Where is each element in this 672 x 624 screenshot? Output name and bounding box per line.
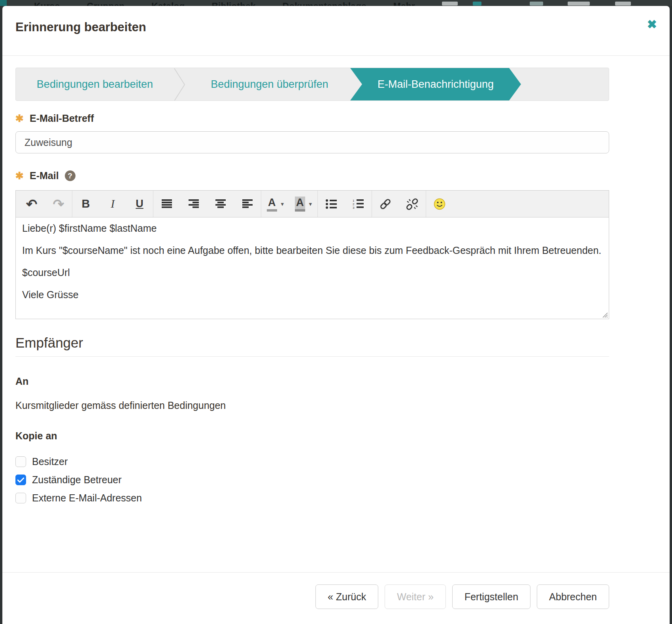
edit-reminder-dialog: Erinnerung bearbeiten ✖ Bedingungen bear… bbox=[2, 6, 670, 624]
underline-icon: U bbox=[136, 198, 143, 210]
wizard-steps: Bedingungen bearbeiten Bedingungen überp… bbox=[15, 68, 609, 101]
wizard-step-label: Bedingungen überprüfen bbox=[211, 78, 328, 91]
italic-button[interactable]: I bbox=[105, 194, 121, 214]
numbered-list-button[interactable]: 123 bbox=[350, 194, 366, 214]
checkbox-row-besitzer[interactable]: Besitzer bbox=[15, 456, 609, 467]
page-nav: Kurse Gruppen Katalog Bibliothek Dokumen… bbox=[34, 1, 415, 6]
step-separator-chevron bbox=[174, 68, 186, 101]
subject-label-text: E-Mail-Betreff bbox=[30, 113, 94, 124]
heading-rule bbox=[15, 356, 609, 357]
bullet-list-icon bbox=[326, 199, 337, 209]
page-header-remnant bbox=[530, 2, 543, 6]
checkbox-unchecked-icon[interactable] bbox=[15, 493, 26, 503]
chevron-down-icon: ▾ bbox=[281, 200, 284, 208]
subject-field-label: ✱ E-Mail-Betreff bbox=[15, 113, 609, 124]
required-asterisk-icon: ✱ bbox=[15, 113, 24, 124]
editor-resize-handle[interactable] bbox=[602, 312, 608, 318]
to-value: Kursmitglieder gemäss definierten Beding… bbox=[15, 400, 609, 411]
dialog-header: Erinnerung bearbeiten ✖ bbox=[2, 6, 670, 55]
nav-item: Gruppen bbox=[87, 1, 125, 6]
align-center-button[interactable] bbox=[213, 194, 228, 214]
wizard-step-email-benachrichtigung-active[interactable]: E-Mail-Benachrichtigung bbox=[350, 68, 521, 100]
wizard-step-label: E-Mail-Benachrichtigung bbox=[378, 78, 494, 91]
insert-link-button[interactable] bbox=[378, 194, 393, 214]
font-color-button[interactable]: A ▾ bbox=[267, 194, 284, 214]
header-divider bbox=[2, 55, 670, 56]
next-button[interactable]: Weiter » bbox=[385, 584, 446, 609]
checkbox-label: Besitzer bbox=[32, 456, 68, 467]
unlink-icon bbox=[406, 198, 419, 210]
back-button[interactable]: « Zurück bbox=[315, 584, 378, 609]
undo-button[interactable]: ↶ bbox=[24, 194, 40, 214]
checkbox-row-externe-email-adressen[interactable]: Externe E-Mail-Adressen bbox=[15, 492, 609, 504]
checkbox-unchecked-icon[interactable] bbox=[15, 456, 26, 467]
checkbox-row-zustaendige-betreuer[interactable]: Zuständige Betreuer bbox=[15, 474, 609, 486]
align-justify-icon bbox=[162, 199, 172, 208]
checkbox-label: Externe E-Mail-Adressen bbox=[32, 492, 142, 504]
email-body-editor[interactable]: Liebe(r) $firstName $lastName Im Kurs "$… bbox=[16, 217, 609, 319]
smiley-icon bbox=[434, 198, 445, 210]
checkbox-checked-icon[interactable] bbox=[15, 475, 26, 485]
align-right-button[interactable] bbox=[186, 194, 202, 214]
editor-paragraph: $courseUrl bbox=[22, 267, 602, 279]
nav-item: Bibliothek bbox=[211, 1, 255, 6]
email-field-label: ✱ E-Mail ? bbox=[15, 170, 609, 182]
editor-toolbar: ↶ ↷ B I U bbox=[16, 191, 609, 217]
recipients-heading: Empfänger bbox=[15, 335, 609, 351]
remove-link-button[interactable] bbox=[404, 194, 420, 214]
dialog-footer: « Zurück Weiter » Fertigstellen Abbreche… bbox=[2, 573, 670, 624]
nav-item: Mehr bbox=[393, 1, 415, 6]
checkbox-label: Zuständige Betreuer bbox=[32, 474, 122, 486]
bullet-list-button[interactable] bbox=[323, 194, 339, 214]
align-right-icon bbox=[189, 199, 199, 208]
check-icon bbox=[17, 477, 24, 483]
page-header-remnant bbox=[568, 2, 590, 6]
undo-icon: ↶ bbox=[26, 197, 38, 211]
align-center-icon bbox=[215, 199, 226, 208]
italic-icon: I bbox=[111, 197, 115, 210]
align-justify-button[interactable] bbox=[159, 194, 175, 214]
bold-button[interactable]: B bbox=[78, 194, 94, 214]
nav-item: Dokumentenablage bbox=[283, 1, 366, 6]
finish-button[interactable]: Fertigstellen bbox=[452, 584, 530, 609]
editor-paragraph: Liebe(r) $firstName $lastName bbox=[22, 222, 602, 234]
rich-text-editor: ↶ ↷ B I U bbox=[15, 190, 609, 319]
subject-input[interactable] bbox=[15, 131, 609, 153]
background-color-icon: A bbox=[295, 197, 305, 212]
background-color-button[interactable]: A ▾ bbox=[295, 194, 312, 214]
chevron-down-icon: ▾ bbox=[309, 200, 312, 208]
svg-text:1: 1 bbox=[353, 199, 355, 202]
page-behind-overlay: Kurse Gruppen Katalog Bibliothek Dokumen… bbox=[0, 0, 672, 6]
emoticons-button[interactable] bbox=[432, 194, 447, 214]
svg-text:2: 2 bbox=[353, 202, 355, 206]
page-logo-remnant bbox=[0, 0, 7, 6]
bold-icon: B bbox=[82, 197, 90, 210]
align-left-icon bbox=[242, 199, 253, 208]
page-header-remnant bbox=[615, 2, 631, 6]
align-left-button[interactable] bbox=[240, 194, 255, 214]
wizard-step-label: Bedingungen bearbeiten bbox=[37, 78, 153, 91]
cc-label: Kopie an bbox=[15, 430, 609, 442]
email-label-text: E-Mail bbox=[30, 170, 59, 182]
dialog-title: Erinnerung bearbeiten bbox=[2, 6, 670, 34]
font-color-icon: A bbox=[267, 197, 277, 212]
nav-item: Kurse bbox=[34, 1, 60, 6]
page-header-remnant bbox=[442, 2, 458, 6]
link-icon bbox=[379, 198, 392, 210]
underline-button[interactable]: U bbox=[132, 194, 147, 214]
redo-button[interactable]: ↷ bbox=[51, 194, 66, 214]
redo-icon: ↷ bbox=[53, 197, 64, 211]
help-icon[interactable]: ? bbox=[65, 170, 76, 181]
wizard-step-bedingungen-bearbeiten[interactable]: Bedingungen bearbeiten bbox=[16, 68, 174, 100]
close-icon[interactable]: ✖ bbox=[646, 17, 659, 32]
editor-paragraph: Im Kurs "$courseName" ist noch eine Aufg… bbox=[22, 244, 602, 257]
to-label: An bbox=[15, 376, 609, 387]
numbered-list-icon: 123 bbox=[353, 199, 364, 209]
svg-text:3: 3 bbox=[353, 206, 355, 209]
editor-paragraph: Viele Grüsse bbox=[22, 289, 602, 301]
wizard-step-bedingungen-ueberpruefen[interactable]: Bedingungen überprüfen bbox=[186, 68, 353, 100]
required-asterisk-icon: ✱ bbox=[15, 170, 24, 182]
page-header-remnant bbox=[473, 2, 481, 6]
nav-item: Katalog bbox=[151, 1, 185, 6]
cancel-button[interactable]: Abbrechen bbox=[537, 584, 609, 609]
